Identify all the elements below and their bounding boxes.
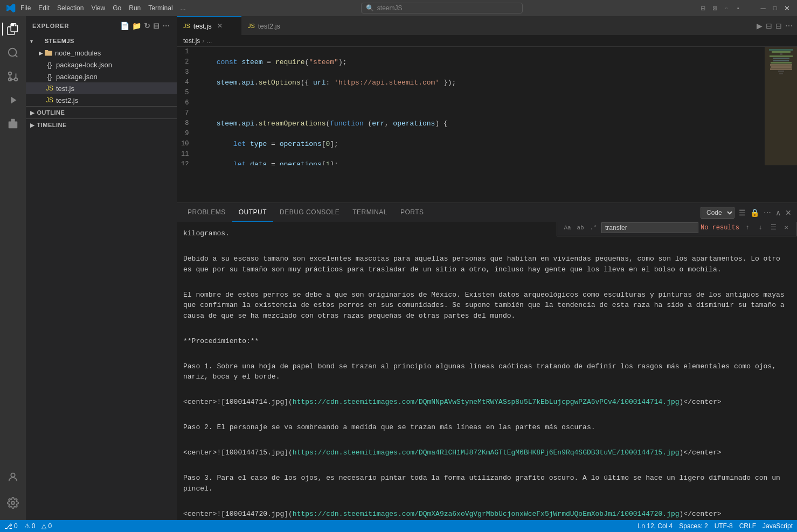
indentation[interactable]: Spaces: 2 — [679, 522, 708, 530]
menu-run[interactable]: Run — [129, 4, 141, 12]
link-img1[interactable]: https://cdn.steemitimages.com/DQmNNpAVwS… — [293, 398, 680, 406]
match-whole-word-icon[interactable]: ab — [574, 222, 586, 234]
search-box[interactable]: 🔍 steemJS — [361, 3, 523, 13]
regex-icon[interactable]: .* — [587, 222, 599, 234]
find-next-icon[interactable]: ↓ — [754, 222, 766, 234]
tab-close-button[interactable]: ✕ — [217, 22, 223, 30]
panel-tabs: PROBLEMS OUTPUT DEBUG CONSOLE TERMINAL P… — [177, 203, 797, 222]
folder-icon — [34, 37, 43, 45]
panel-close-icon[interactable]: ✕ — [784, 207, 793, 218]
activity-settings[interactable] — [2, 492, 24, 514]
panel-output-content[interactable]: Aa ab .* No results ↑ ↓ ☰ ✕ kilogramos. — [177, 222, 797, 520]
panel-maximize-icon[interactable]: ∧ — [774, 207, 782, 218]
menu-go[interactable]: Go — [113, 4, 121, 12]
statusbar-left: ⎇ 0 ⚠ 0 △ 0 — [4, 522, 52, 530]
refresh-icon[interactable]: ↻ — [144, 22, 151, 30]
panel-tab-terminal[interactable]: TERMINAL — [346, 203, 394, 222]
new-folder-icon[interactable]: 📁 — [132, 22, 142, 30]
activity-search[interactable] — [2, 42, 24, 64]
code-content[interactable]: const steem = require("steem"); steem.ap… — [197, 47, 765, 165]
find-input[interactable] — [601, 222, 698, 233]
editor-area: JS test.js ✕ JS test2.js ▶ ⊟ ⊟ ⋯ test.js — [177, 16, 797, 520]
panel-clear-output-icon[interactable]: ☰ — [738, 207, 747, 218]
outline-section: ▶ OUTLINE — [26, 106, 177, 118]
menu-help[interactable]: ... — [181, 4, 186, 12]
activity-source-control[interactable] — [2, 66, 24, 87]
tab-test2-js[interactable]: JS test2.js — [241, 16, 306, 35]
svg-point-4 — [11, 473, 15, 477]
run-icon[interactable]: ▶ — [757, 22, 763, 30]
layout-icon-1: ⊟ — [698, 3, 708, 13]
encoding[interactable]: UTF-8 — [715, 522, 733, 530]
panel: PROBLEMS OUTPUT DEBUG CONSOLE TERMINAL P… — [177, 202, 797, 520]
menu-view[interactable]: View — [91, 4, 105, 12]
panel-tab-debug-label: DEBUG CONSOLE — [280, 208, 339, 216]
outline-header[interactable]: ▶ OUTLINE — [26, 107, 177, 118]
sidebar-item-package-lock-json[interactable]: {} package-lock.json — [26, 59, 177, 71]
panel-tab-output-label: OUTPUT — [239, 208, 267, 216]
split-editor-icon[interactable]: ⊟ — [766, 22, 772, 30]
minimize-button[interactable]: ─ — [758, 3, 768, 13]
activity-explorer[interactable] — [2, 18, 24, 40]
language-mode[interactable]: JavaScript — [763, 522, 793, 530]
layout-icon-4: ▪ — [733, 3, 743, 13]
menu-file[interactable]: File — [20, 4, 31, 12]
cursor-position[interactable]: Ln 12, Col 4 — [638, 522, 673, 530]
titlebar-menu: File Edit Selection View Go Run Terminal… — [20, 4, 186, 12]
close-button[interactable]: ✕ — [782, 3, 792, 13]
find-filter-icon[interactable]: ☰ — [767, 222, 779, 234]
error-icon: ⚠ — [24, 522, 30, 530]
timeline-section: ▶ TIMELINE — [26, 118, 177, 131]
toggle-panel-icon[interactable]: ⊟ — [775, 22, 782, 30]
more-actions-icon[interactable]: ⋯ — [785, 22, 793, 30]
statusbar: ⎇ 0 ⚠ 0 △ 0 Ln 12, Col 4 Spaces: 2 UTF-8… — [0, 520, 797, 532]
activity-run-debug[interactable] — [2, 89, 24, 111]
line-endings[interactable]: CRLF — [739, 522, 756, 530]
panel-more-actions-icon[interactable]: ⋯ — [763, 207, 772, 218]
code-editor[interactable]: 1 2 3 4 5 6 7 8 9 10 11 12 const steem =… — [177, 47, 797, 165]
panel-tab-ports[interactable]: PORTS — [394, 203, 431, 222]
activity-extensions[interactable] — [2, 113, 24, 135]
menu-edit[interactable]: Edit — [38, 4, 50, 12]
sidebar-item-test2-js[interactable]: JS test2.js — [26, 94, 177, 106]
find-previous-icon[interactable]: ↑ — [741, 222, 753, 234]
expand-arrow: ▶ — [39, 50, 43, 56]
svg-point-0 — [9, 48, 17, 57]
breadcrumb-separator: › — [202, 37, 204, 45]
sidebar-item-test-js[interactable]: JS test.js — [26, 82, 177, 94]
sidebar-item-node_modules[interactable]: ▶ node_modules — [26, 47, 177, 59]
menu-selection[interactable]: Selection — [57, 4, 84, 12]
panel-tab-output[interactable]: OUTPUT — [232, 203, 273, 222]
timeline-label: TIMELINE — [37, 122, 67, 128]
find-close-icon[interactable]: ✕ — [780, 222, 792, 234]
menu-terminal[interactable]: Terminal — [148, 4, 172, 12]
output-source-select[interactable]: Code — [701, 207, 734, 219]
warnings-count[interactable]: △ 0 — [41, 522, 52, 530]
output-line-viviendas: Debido a su escaso tamaño son excelentes… — [183, 254, 791, 275]
sidebar-item-label: package.json — [56, 73, 98, 81]
link-img2[interactable]: https://cdn.steemitimages.com/DQma4RlCH1… — [293, 449, 680, 457]
errors-count[interactable]: ⚠ 0 — [24, 522, 36, 530]
restore-button[interactable]: □ — [770, 3, 780, 13]
tab-test-js[interactable]: JS test.js ✕ — [177, 16, 241, 35]
activity-bottom — [2, 466, 24, 520]
panel-tab-ports-label: PORTS — [400, 208, 424, 216]
sidebar-item-steemjs[interactable]: ▾ STEEMJS — [26, 35, 177, 47]
activity-account[interactable] — [2, 466, 24, 488]
match-case-icon[interactable]: Aa — [562, 222, 573, 234]
panel-lock-icon[interactable]: 🔒 — [749, 207, 760, 218]
find-no-results: No results — [701, 223, 739, 233]
more-actions-icon[interactable]: ⋯ — [162, 22, 170, 30]
link-img3[interactable]: https://cdn.steemitimages.com/DQmXA9za6x… — [293, 510, 680, 518]
code-line-5: let type = operations[0]; — [199, 139, 765, 149]
sidebar-item-package-json[interactable]: {} package.json — [26, 71, 177, 82]
timeline-header[interactable]: ▶ TIMELINE — [26, 119, 177, 131]
git-branch[interactable]: ⎇ 0 — [4, 522, 18, 530]
panel-right-controls: Code ☰ 🔒 ⋯ ∧ ✕ — [701, 207, 793, 219]
collapse-all-icon[interactable]: ⊟ — [153, 22, 160, 30]
panel-tab-problems[interactable]: PROBLEMS — [181, 203, 232, 222]
panel-tab-debug-console[interactable]: DEBUG CONSOLE — [273, 203, 346, 222]
js-file-icon: JS — [45, 84, 54, 93]
panel-right-icons: ☰ 🔒 ⋯ ∧ ✕ — [738, 207, 793, 218]
new-file-icon[interactable]: 📄 — [120, 22, 130, 30]
